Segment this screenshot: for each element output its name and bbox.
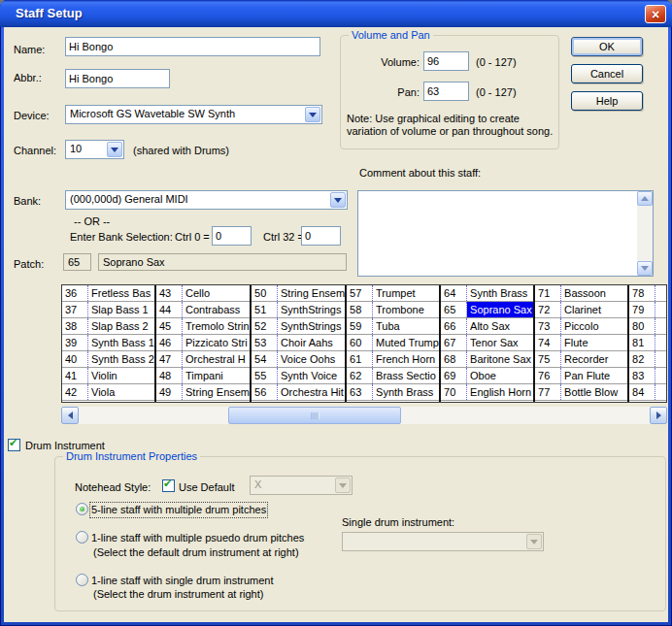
patch-cell-number[interactable]: 84 — [629, 384, 655, 400]
patch-cell-name[interactable]: Pan Flute — [561, 368, 627, 383]
comment-textarea[interactable] — [358, 191, 640, 280]
patch-cell-name[interactable]: Timpani — [183, 368, 250, 383]
scroll-down-button[interactable] — [637, 261, 653, 276]
patch-cell-number[interactable]: 51 — [252, 302, 278, 317]
patch-cell-number[interactable]: 39 — [62, 335, 88, 350]
patch-cell-number[interactable]: 42 — [62, 384, 88, 400]
patch-cell-number[interactable]: 36 — [62, 285, 88, 301]
radio-5line-multiple-pitches[interactable] — [76, 503, 88, 515]
patch-cell-name[interactable] — [655, 335, 667, 350]
cancel-button[interactable]: Cancel — [571, 64, 643, 83]
patch-cell-name[interactable]: Soprano Sax — [467, 302, 533, 317]
patch-cell-number[interactable]: 62 — [347, 368, 373, 383]
patch-cell-number[interactable]: 60 — [347, 335, 373, 350]
patch-cell-number[interactable]: 63 — [347, 384, 373, 400]
patch-cell-number[interactable]: 53 — [252, 335, 278, 350]
patch-cell-number[interactable]: 41 — [62, 368, 88, 383]
patch-cell-number[interactable]: 75 — [535, 351, 561, 367]
patch-cell-name[interactable] — [655, 302, 667, 317]
pan-input[interactable] — [423, 82, 469, 101]
patch-cell-name[interactable]: Oboe — [467, 368, 533, 383]
patch-cell-name[interactable]: Bottle Blow — [561, 384, 627, 400]
drum-instrument-checkbox[interactable]: ✔ — [8, 439, 20, 451]
comment-scrollbar[interactable] — [637, 191, 653, 276]
patch-cell-number[interactable]: 76 — [535, 368, 561, 383]
patch-cell-name[interactable]: Fretless Bas — [88, 285, 154, 301]
patch-cell-number[interactable]: 50 — [252, 285, 278, 301]
abbr-input[interactable] — [65, 69, 170, 88]
patch-cell-name[interactable]: Synth Voice — [278, 368, 345, 383]
scrollbar-thumb[interactable] — [228, 407, 401, 424]
patch-table-scrollbar[interactable] — [61, 407, 667, 424]
help-button[interactable]: Help — [571, 91, 643, 111]
patch-cell-name[interactable] — [655, 351, 667, 367]
title-bar[interactable]: Staff Setup — [0, 0, 672, 27]
patch-cell-number[interactable]: 77 — [535, 384, 561, 400]
patch-cell-name[interactable]: Synth Bass 1 — [88, 335, 154, 350]
patch-cell-name[interactable]: Baritone Sax — [467, 351, 533, 367]
patch-cell-name[interactable]: Trombone — [373, 302, 439, 317]
name-input[interactable] — [65, 37, 320, 56]
scroll-left-button[interactable] — [61, 407, 79, 424]
patch-cell-name[interactable]: Contrabass — [183, 302, 250, 317]
patch-cell-name[interactable]: Trumpet — [373, 285, 439, 301]
patch-cell-name[interactable] — [655, 368, 667, 383]
patch-cell-number[interactable]: 74 — [535, 335, 561, 350]
patch-cell-name[interactable]: Tenor Sax — [467, 335, 533, 350]
patch-cell-number[interactable]: 61 — [347, 351, 373, 367]
patch-cell-number[interactable]: 72 — [535, 302, 561, 317]
ctrl0-input[interactable] — [212, 226, 252, 246]
patch-cell-name[interactable]: Muted Trump — [373, 335, 439, 350]
radio-1line-pseudo-pitches[interactable] — [76, 531, 88, 544]
patch-cell-name[interactable]: Synth Brass — [373, 384, 439, 400]
patch-cell-number[interactable]: 56 — [252, 384, 278, 400]
patch-cell-name[interactable]: French Horn — [373, 351, 439, 367]
patch-cell-number[interactable]: 69 — [441, 368, 467, 383]
patch-cell-number[interactable]: 82 — [629, 351, 655, 367]
patch-cell-name[interactable]: Voice Oohs — [278, 351, 345, 367]
close-button[interactable]: × — [645, 5, 666, 23]
scroll-right-button[interactable] — [650, 407, 667, 424]
patch-cell-number[interactable]: 64 — [441, 285, 467, 301]
patch-cell-name[interactable]: Brass Sectio — [373, 368, 439, 383]
patch-cell-number[interactable]: 55 — [252, 368, 278, 383]
patch-cell-number[interactable]: 47 — [156, 351, 183, 367]
patch-cell-name[interactable]: Synth Bass 2 — [88, 351, 154, 367]
patch-cell-number[interactable]: 59 — [347, 318, 373, 334]
patch-cell-name[interactable]: SynthStrings — [278, 302, 345, 317]
patch-cell-name[interactable]: String Ensem — [278, 285, 345, 301]
patch-cell-number[interactable]: 83 — [629, 368, 655, 383]
patch-cell-name[interactable] — [655, 384, 667, 400]
scroll-up-button[interactable] — [637, 191, 653, 206]
device-dropdown-button[interactable] — [305, 107, 320, 122]
use-default-checkbox[interactable]: ✔ — [162, 479, 175, 492]
patch-cell-name[interactable]: Pizzicato Stri — [183, 335, 250, 350]
patch-cell-name[interactable]: Flute — [561, 335, 627, 350]
patch-cell-number[interactable]: 37 — [62, 302, 88, 317]
patch-cell-name[interactable]: Alto Sax — [467, 318, 533, 334]
patch-cell-name[interactable]: English Horn — [467, 384, 533, 400]
patch-cell-name[interactable]: Piccolo — [561, 318, 627, 334]
patch-cell-name[interactable]: Bassoon — [561, 285, 627, 301]
patch-cell-name[interactable]: Orchestra Hit — [278, 384, 345, 400]
patch-cell-number[interactable]: 57 — [347, 285, 373, 301]
patch-cell-number[interactable]: 49 — [156, 384, 183, 400]
patch-cell-number[interactable]: 79 — [629, 302, 655, 317]
patch-cell-number[interactable]: 81 — [629, 335, 655, 350]
radio-1line-single-drum[interactable] — [76, 574, 88, 586]
ok-button[interactable]: OK — [571, 37, 643, 56]
patch-cell-name[interactable] — [655, 285, 667, 301]
patch-cell-name[interactable]: Violin — [88, 368, 154, 383]
patch-cell-number[interactable]: 58 — [347, 302, 373, 317]
patch-cell-name[interactable]: Slap Bass 2 — [88, 318, 154, 334]
patch-cell-number[interactable]: 67 — [441, 335, 467, 350]
patch-cell-number[interactable]: 68 — [441, 351, 467, 367]
patch-cell-name[interactable] — [655, 318, 667, 334]
patch-cell-number[interactable]: 78 — [629, 285, 655, 301]
radio-1line-pseudo-label[interactable]: 1-line staff with multiple psuedo drum p… — [91, 532, 304, 544]
patch-cell-name[interactable]: Slap Bass 1 — [88, 302, 154, 317]
patch-cell-number[interactable]: 38 — [62, 318, 88, 334]
channel-dropdown-button[interactable] — [107, 142, 122, 157]
patch-cell-number[interactable]: 73 — [535, 318, 561, 334]
patch-cell-number[interactable]: 65 — [441, 302, 467, 317]
